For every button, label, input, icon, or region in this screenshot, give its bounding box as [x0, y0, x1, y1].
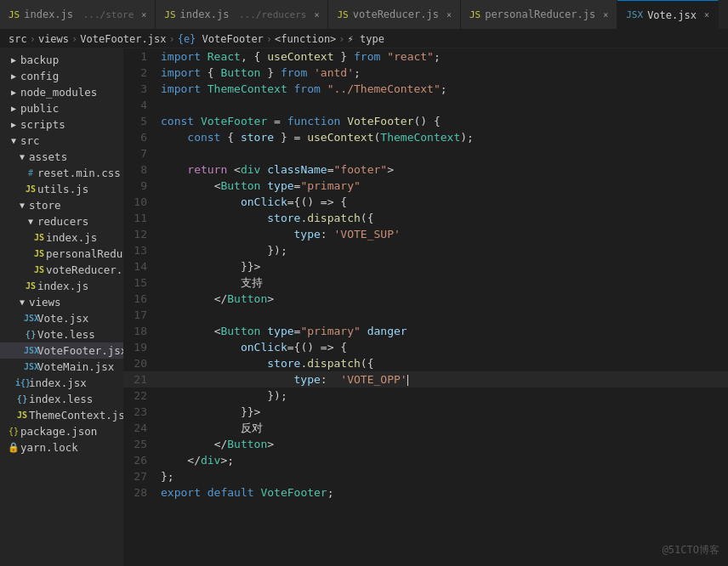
code-line-21: 21 type: 'VOTE_OPP' — [123, 371, 728, 388]
sidebar-item-index-jsx[interactable]: i{} index.jsx — [0, 375, 123, 391]
sidebar-item-scripts[interactable]: ▶ scripts — [0, 116, 123, 133]
sidebar-item-reset-css[interactable]: # reset.min.css — [0, 165, 123, 181]
sidebar-item-views[interactable]: ▼ views — [0, 294, 123, 310]
tab-label: index.js — [180, 8, 230, 20]
code-line-10: 10 onClick={() => { — [123, 194, 728, 210]
tab-label: voteReducer.js — [353, 8, 439, 20]
sidebar-item-vote-jsx[interactable]: JSX Vote.jsx — [0, 310, 123, 326]
breadcrumb-symbol[interactable]: {e} VoteFooter — [178, 33, 264, 45]
sidebar-item-package-json[interactable]: {} package.json — [0, 423, 123, 439]
js-icon: JS — [164, 9, 175, 20]
breadcrumb-function[interactable]: <function> — [275, 33, 336, 45]
code-lines: 1 import React, { useContext } from "rea… — [123, 48, 728, 501]
code-line-1: 1 import React, { useContext } from "rea… — [123, 48, 728, 65]
tab-label: index.js — [24, 8, 73, 20]
sidebar-item-reducers[interactable]: ▼ reducers — [0, 213, 123, 229]
js-icon: JS — [469, 9, 481, 20]
breadcrumb-type[interactable]: ⚡ type — [348, 33, 384, 45]
tab-vote-jsx[interactable]: JSX Vote.jsx × — [617, 0, 719, 30]
sidebar-item-store[interactable]: ▼ store — [0, 197, 123, 213]
sidebar-item-index-less[interactable]: {} index.less — [0, 391, 123, 407]
tab-vote-reducer[interactable]: JS voteReducer.js × — [328, 0, 460, 30]
js-icon: JS — [9, 9, 20, 20]
chevron-right-icon: ▶ — [7, 104, 20, 113]
sidebar-item-src[interactable]: ▼ src — [0, 133, 123, 149]
sidebar-item-vote-reducer[interactable]: JS voteReducer.js — [0, 262, 123, 278]
less-file-icon: {} — [15, 393, 29, 405]
tab-personal-reducer[interactable]: JS personalReducer.js × — [461, 0, 617, 30]
code-line-13: 13 }); — [123, 242, 728, 258]
tab-close-icon[interactable]: × — [141, 10, 146, 20]
code-line-23: 23 }}> — [123, 404, 728, 420]
sidebar-item-vote-less[interactable]: {} Vote.less — [0, 326, 123, 342]
breadcrumb-views[interactable]: views — [38, 33, 69, 45]
code-line-15: 15 支持 — [123, 275, 728, 291]
sidebar-item-personal-reducer[interactable]: JS personalReduce... — [0, 246, 123, 262]
code-line-12: 12 type: 'VOTE_SUP' — [123, 226, 728, 242]
js-file-icon: JS — [32, 233, 46, 242]
code-line-2: 2 import { Button } from 'antd'; — [123, 65, 728, 81]
sidebar-item-reducers-index[interactable]: JS index.js — [0, 229, 123, 246]
code-line-27: 27 }; — [123, 468, 728, 484]
code-line-17: 17 — [123, 307, 728, 323]
code-line-9: 9 <Button type="primary" — [123, 178, 728, 194]
tab-label: Vote.jsx — [647, 9, 697, 21]
jsx-file-icon: JSX — [24, 362, 37, 371]
sidebar-item-theme-context[interactable]: JS ThemeContext.js — [0, 407, 123, 423]
chevron-down-icon: ▼ — [7, 136, 20, 145]
jsx-file-icon: i{} — [15, 378, 29, 388]
code-line-20: 20 store.dispatch({ — [123, 355, 728, 371]
sidebar-item-config[interactable]: ▶ config — [0, 68, 123, 84]
chevron-down-icon: ▼ — [15, 297, 29, 307]
tab-close-icon[interactable]: × — [704, 10, 709, 20]
chevron-right-icon: ▶ — [7, 71, 20, 81]
code-line-5: 5 const VoteFooter = function VoteFooter… — [123, 113, 728, 129]
code-line-19: 19 onClick={() => { — [123, 339, 728, 355]
chevron-down-icon: ▼ — [24, 217, 37, 226]
sidebar-item-backup[interactable]: ▶ backup — [0, 52, 123, 68]
js-icon: JS — [337, 9, 348, 20]
jsx-file-icon: JSX — [24, 346, 37, 355]
tab-close-icon[interactable]: × — [446, 10, 452, 20]
tab-close-icon[interactable]: × — [603, 10, 608, 20]
sidebar-item-yarn-lock[interactable]: 🔒 yarn.lock — [0, 439, 123, 456]
code-line-24: 24 反对 — [123, 420, 728, 436]
less-file-icon: {} — [24, 329, 37, 340]
tab-index-store[interactable]: JS index.js .../store × — [0, 0, 156, 30]
sidebar-item-node-modules[interactable]: ▶ node_modules — [0, 84, 123, 100]
code-line-14: 14 }}> — [123, 258, 728, 275]
lock-icon: 🔒 — [7, 442, 20, 453]
tab-close-icon[interactable]: × — [314, 10, 319, 20]
json-file-icon: {} — [7, 427, 20, 436]
sidebar-item-store-index[interactable]: JS index.js — [0, 278, 123, 294]
code-editor[interactable]: 1 import React, { useContext } from "rea… — [123, 48, 728, 566]
sidebar-item-public[interactable]: ▶ public — [0, 100, 123, 116]
chevron-right-icon: ▶ — [7, 88, 20, 97]
sidebar-item-utils-js[interactable]: JS utils.js — [0, 181, 123, 197]
code-line-25: 25 </Button> — [123, 436, 728, 452]
breadcrumb: src › views › VoteFooter.jsx › {e} VoteF… — [0, 30, 728, 48]
watermark: @51CTO博客 — [663, 543, 719, 558]
code-line-26: 26 </div>; — [123, 452, 728, 468]
js-file-icon: JS — [32, 265, 46, 275]
chevron-down-icon: ▼ — [15, 201, 29, 210]
tabs-overflow-button[interactable]: ··· — [719, 8, 728, 21]
tab-index-reducers[interactable]: JS index.js .../reducers × — [156, 0, 328, 30]
tab-label: personalReducer.js — [485, 8, 595, 20]
code-line-16: 16 </Button> — [123, 291, 728, 307]
breadcrumb-file[interactable]: VoteFooter.jsx — [80, 33, 166, 45]
sidebar-item-votefooter-jsx[interactable]: JSX VoteFooter.jsx — [0, 342, 123, 359]
tab-path: .../store — [77, 9, 134, 20]
sidebar-item-assets[interactable]: ▼ assets — [0, 149, 123, 165]
js-file-icon: JS — [32, 249, 46, 258]
code-line-22: 22 }); — [123, 388, 728, 404]
breadcrumb-src[interactable]: src — [9, 33, 27, 45]
js-file-icon: JS — [15, 410, 29, 420]
chevron-down-icon: ▼ — [15, 152, 29, 161]
code-line-8: 8 return <div className="footer"> — [123, 161, 728, 178]
sidebar-item-votemain-jsx[interactable]: JSX VoteMain.jsx — [0, 359, 123, 375]
chevron-right-icon: ▶ — [7, 120, 20, 129]
jsx-file-icon: JSX — [24, 314, 37, 323]
js-file-icon: JS — [24, 184, 37, 194]
chevron-right-icon: ▶ — [7, 55, 20, 65]
